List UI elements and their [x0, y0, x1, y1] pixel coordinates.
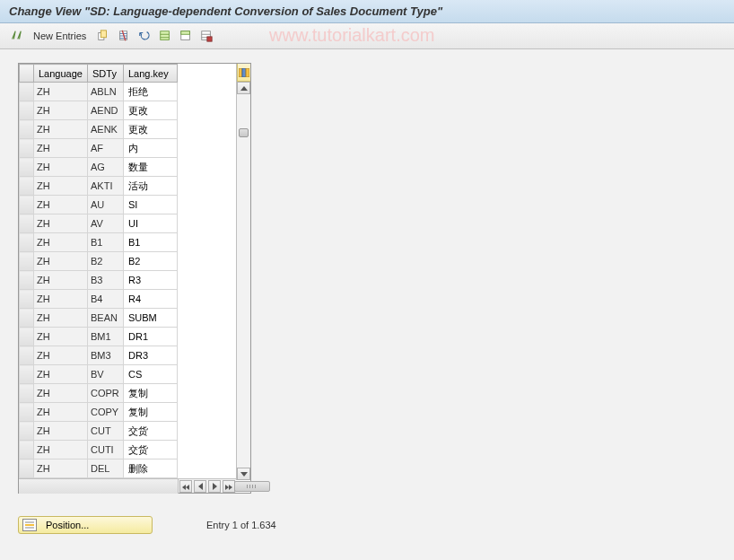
col-header-sdty[interactable]: SDTy: [88, 65, 124, 83]
cell-langkey[interactable]: [124, 83, 178, 101]
vscroll-track[interactable]: [237, 94, 250, 468]
cell-langkey[interactable]: [124, 403, 178, 422]
cell-langkey[interactable]: [124, 328, 178, 346]
row-selector[interactable]: [20, 214, 34, 233]
row-selector[interactable]: [20, 309, 34, 328]
langkey-input[interactable]: [127, 443, 174, 456]
undo-icon[interactable]: [135, 27, 153, 45]
hscroll-thumb[interactable]: [234, 481, 270, 492]
row-selector[interactable]: [20, 403, 34, 422]
langkey-input[interactable]: [127, 236, 174, 249]
cell-sdty: COPY: [88, 403, 124, 422]
row-selector[interactable]: [20, 271, 34, 290]
langkey-input[interactable]: [127, 406, 174, 418]
cell-langkey[interactable]: [124, 365, 178, 384]
cell-langkey[interactable]: [124, 120, 178, 139]
langkey-input[interactable]: [127, 198, 174, 211]
svg-rect-1: [101, 31, 107, 38]
row-selector[interactable]: [20, 139, 34, 158]
cell-langkey[interactable]: [124, 271, 178, 290]
cell-langkey[interactable]: [124, 252, 178, 271]
row-selector[interactable]: [20, 120, 34, 139]
cell-sdty: B1: [88, 233, 124, 252]
langkey-input[interactable]: [127, 387, 174, 399]
copy-icon[interactable]: [94, 27, 112, 45]
row-selector[interactable]: [20, 441, 34, 459]
row-selector[interactable]: [20, 196, 34, 214]
langkey-input[interactable]: [127, 161, 174, 173]
cell-langkey[interactable]: [124, 177, 178, 196]
row-selector[interactable]: [20, 158, 34, 177]
delete-icon[interactable]: [115, 27, 133, 45]
row-selector[interactable]: [20, 346, 34, 365]
col-header-language[interactable]: Language: [34, 65, 88, 83]
scroll-left-button[interactable]: [194, 480, 206, 493]
cell-langkey[interactable]: [124, 233, 178, 252]
vscroll-thumb[interactable]: [239, 128, 249, 137]
langkey-input[interactable]: [127, 217, 174, 230]
cell-langkey[interactable]: [124, 214, 178, 233]
row-selector[interactable]: [20, 328, 34, 346]
langkey-input[interactable]: [127, 462, 174, 475]
scroll-right-button[interactable]: [208, 480, 221, 493]
cell-langkey[interactable]: [124, 346, 178, 365]
select-block-icon[interactable]: [177, 27, 195, 45]
langkey-input[interactable]: [127, 255, 174, 267]
position-icon: [22, 519, 37, 531]
svg-rect-15: [207, 37, 212, 41]
svg-rect-7: [161, 31, 170, 40]
row-selector[interactable]: [20, 422, 34, 441]
langkey-input[interactable]: [127, 142, 174, 154]
cell-langkey[interactable]: [124, 441, 178, 459]
cell-langkey[interactable]: [124, 384, 178, 403]
langkey-input[interactable]: [127, 293, 174, 305]
row-selector[interactable]: [20, 365, 34, 384]
rowselector-header[interactable]: [20, 65, 34, 83]
langkey-input[interactable]: [127, 311, 174, 324]
content-area: Language SDTy Lang.key ZHABLNZHAENDZHAEN…: [0, 49, 734, 503]
table-row: ZHCUT: [20, 422, 178, 441]
langkey-input[interactable]: [127, 368, 174, 381]
entry-counter: Entry 1 of 1.634: [206, 520, 276, 530]
row-selector[interactable]: [20, 252, 34, 271]
langkey-input[interactable]: [127, 123, 174, 136]
cell-langkey[interactable]: [124, 196, 178, 214]
langkey-input[interactable]: [127, 330, 174, 343]
table-row: ZHCOPR: [20, 384, 178, 403]
cell-langkey[interactable]: [124, 101, 178, 120]
table-row: ZHAG: [20, 158, 178, 177]
row-selector[interactable]: [20, 177, 34, 196]
scroll-up-button[interactable]: [237, 82, 250, 94]
cell-langkey[interactable]: [124, 422, 178, 441]
cell-langkey[interactable]: [124, 290, 178, 309]
cell-langkey[interactable]: [124, 158, 178, 177]
langkey-input[interactable]: [127, 85, 174, 98]
cell-language: ZH: [34, 120, 88, 139]
scroll-down-button[interactable]: [237, 468, 250, 480]
deselect-all-icon[interactable]: [197, 27, 215, 45]
horizontal-scrollbar: [19, 478, 236, 493]
row-selector[interactable]: [20, 384, 34, 403]
langkey-input[interactable]: [127, 274, 174, 286]
scroll-last-button[interactable]: [223, 480, 235, 493]
row-selector[interactable]: [20, 83, 34, 101]
cell-langkey[interactable]: [124, 309, 178, 328]
row-selector[interactable]: [20, 233, 34, 252]
cell-langkey[interactable]: [124, 459, 178, 478]
scroll-first-button[interactable]: [179, 480, 192, 493]
position-button[interactable]: Position...: [18, 516, 153, 534]
row-selector[interactable]: [20, 290, 34, 309]
langkey-input[interactable]: [127, 424, 174, 437]
configure-columns-icon[interactable]: [237, 64, 250, 82]
cell-language: ZH: [34, 271, 88, 290]
cell-langkey[interactable]: [124, 139, 178, 158]
new-entries-button[interactable]: New Entries: [28, 29, 92, 43]
col-header-langkey[interactable]: Lang.key: [124, 65, 178, 83]
langkey-input[interactable]: [127, 179, 174, 192]
row-selector[interactable]: [20, 459, 34, 478]
langkey-input[interactable]: [127, 104, 174, 117]
toggle-icon[interactable]: [7, 27, 25, 45]
select-all-icon[interactable]: [156, 27, 174, 45]
row-selector[interactable]: [20, 101, 34, 120]
langkey-input[interactable]: [127, 349, 174, 362]
